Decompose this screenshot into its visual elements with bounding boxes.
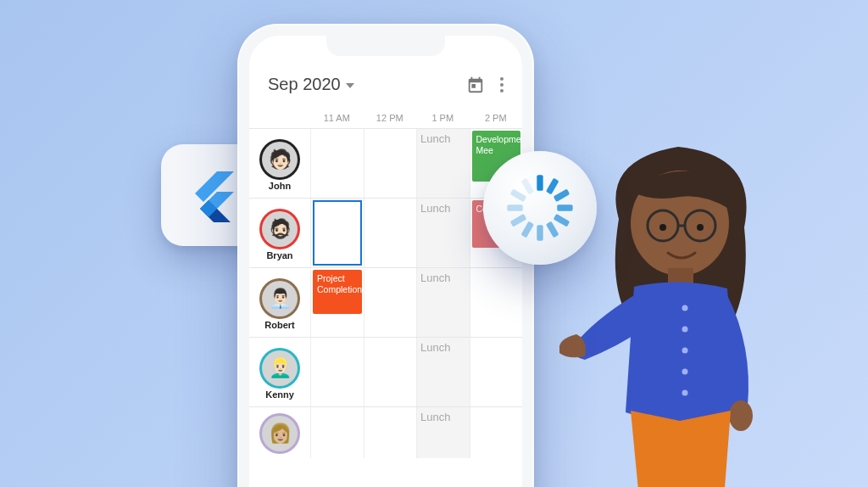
- time-col-label: 2 PM: [470, 113, 523, 123]
- time-col-label: 11 AM: [310, 113, 364, 123]
- resource-grid: 🧑🏻 John Lunch Development Mee 🧔🏻 Bryan: [249, 129, 522, 458]
- timeslot-cell[interactable]: [310, 199, 364, 267]
- svg-point-15: [682, 390, 688, 396]
- avatar: 🧔🏻: [262, 211, 298, 247]
- svg-point-14: [682, 369, 688, 375]
- svg-point-16: [729, 400, 753, 431]
- resource-name: Bryan: [266, 250, 292, 260]
- today-button[interactable]: [466, 76, 485, 94]
- resource-name: John: [269, 181, 291, 191]
- svg-rect-21: [554, 214, 570, 227]
- svg-rect-18: [546, 178, 559, 195]
- resource-cell[interactable]: 🧔🏻 Bryan: [249, 199, 310, 267]
- lunch-label: Lunch: [420, 341, 450, 354]
- svg-rect-28: [520, 178, 534, 195]
- resource-cell[interactable]: 👱🏻‍♂️ Kenny: [249, 338, 310, 406]
- phone-notch: [326, 36, 445, 56]
- timeslot-cell[interactable]: [364, 129, 417, 198]
- svg-point-12: [682, 327, 688, 333]
- timeslot-cell[interactable]: [364, 338, 417, 406]
- avatar: 👱🏻‍♂️: [262, 350, 298, 386]
- svg-point-13: [682, 348, 688, 354]
- svg-rect-26: [507, 204, 522, 210]
- svg-rect-24: [520, 221, 534, 238]
- resource-name: Robert: [264, 320, 294, 330]
- timeslot-cell[interactable]: [470, 407, 523, 458]
- timeslot-cell[interactable]: [470, 338, 523, 406]
- svg-point-9: [697, 224, 704, 231]
- resource-cell[interactable]: 👨🏻‍💼 Robert: [249, 268, 310, 337]
- resource-cell[interactable]: 👩🏼: [249, 407, 310, 458]
- lunch-label: Lunch: [420, 411, 450, 423]
- avatar: 🧑🏻: [262, 142, 298, 177]
- lunch-label: Lunch: [420, 202, 450, 215]
- more-menu-button[interactable]: [500, 77, 504, 92]
- timeslot-cell[interactable]: [310, 338, 364, 406]
- lunch-label: Lunch: [420, 132, 450, 145]
- resource-row: 👨🏻‍💼 Robert Project Completion Lunch: [249, 268, 522, 338]
- time-header-row: 11 AM 12 PM 1 PM 2 PM: [249, 106, 522, 129]
- avatar: 👩🏼: [262, 416, 298, 451]
- resource-row: 👱🏻‍♂️ Kenny Lunch: [249, 338, 522, 407]
- svg-rect-25: [510, 214, 527, 227]
- month-picker[interactable]: Sep 2020: [268, 75, 354, 94]
- svg-point-8: [659, 224, 666, 231]
- lunch-label: Lunch: [420, 271, 450, 284]
- timeslot-cell[interactable]: Lunch: [416, 199, 470, 267]
- timeslot-cell[interactable]: [364, 268, 417, 337]
- timeslot-cell[interactable]: Lunch: [416, 407, 470, 458]
- svg-rect-19: [554, 188, 570, 202]
- month-label: Sep 2020: [268, 75, 341, 94]
- avatar: 👨🏻‍💼: [262, 281, 298, 316]
- loading-spinner-icon: [501, 169, 579, 247]
- spinner-disc: [483, 151, 597, 265]
- calendar-today-icon: [466, 76, 485, 94]
- svg-rect-23: [537, 225, 542, 240]
- svg-rect-20: [557, 204, 572, 210]
- phone-screen: Sep 2020 11 AM 12 PM 1 PM 2 PM: [249, 36, 522, 487]
- selection-indicator: [313, 200, 362, 266]
- flutter-logo-icon: [185, 168, 239, 222]
- timeslot-cell[interactable]: Lunch: [416, 338, 470, 406]
- timeslot-cell[interactable]: [470, 268, 523, 337]
- timeslot-cell[interactable]: [310, 407, 364, 458]
- resource-row: 🧑🏻 John Lunch Development Mee: [249, 129, 522, 199]
- chevron-down-icon: [346, 83, 354, 88]
- phone-frame: Sep 2020 11 AM 12 PM 1 PM 2 PM: [237, 24, 534, 487]
- event-project-completion[interactable]: Project Completion: [313, 270, 362, 314]
- svg-point-11: [682, 305, 688, 311]
- timeslot-cell[interactable]: [364, 199, 417, 267]
- time-col-label: 12 PM: [364, 113, 417, 123]
- timeslot-cell[interactable]: [310, 129, 364, 198]
- resource-row: 👩🏼 Lunch: [249, 407, 522, 458]
- resource-cell[interactable]: 🧑🏻 John: [249, 129, 310, 198]
- timeslot-cell[interactable]: Project Completion: [310, 268, 364, 337]
- timeslot-cell[interactable]: Lunch: [416, 129, 470, 198]
- resource-name: Kenny: [265, 389, 294, 400]
- resource-row: 🧔🏻 Bryan Lunch Consulting: [249, 199, 522, 268]
- time-col-label: 1 PM: [416, 113, 470, 123]
- svg-rect-17: [537, 175, 542, 190]
- timeslot-cell[interactable]: [364, 407, 417, 458]
- timeslot-cell[interactable]: Lunch: [416, 268, 470, 337]
- svg-rect-27: [510, 188, 527, 202]
- character-illustration: [559, 126, 797, 487]
- svg-rect-22: [546, 221, 559, 238]
